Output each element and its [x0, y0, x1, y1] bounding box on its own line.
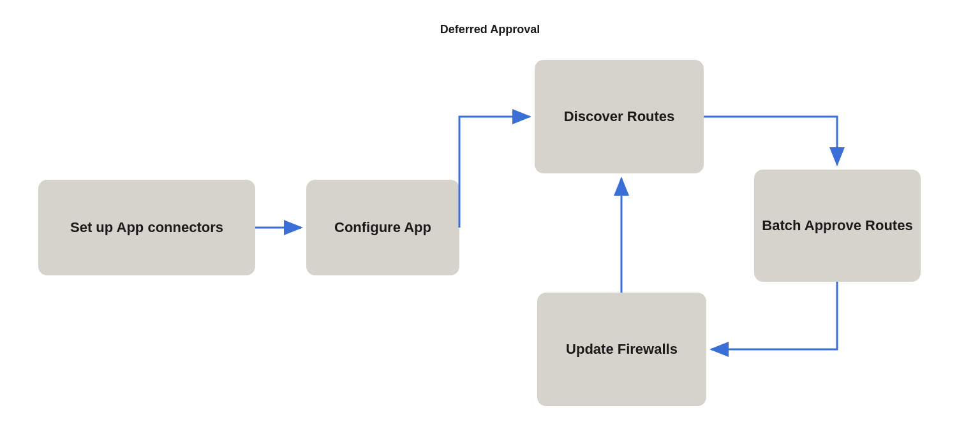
node-setup: Set up App connectors: [38, 180, 255, 275]
arrow-batch-to-update: [711, 282, 837, 349]
arrow-configure-to-discover: [459, 117, 530, 228]
node-update: Update Firewalls: [537, 293, 706, 406]
node-discover: Discover Routes: [535, 60, 704, 173]
arrow-discover-to-batch: [704, 117, 837, 164]
node-configure: Configure App: [306, 180, 459, 275]
diagram-container: Deferred Approval Set up App connectors …: [0, 0, 980, 422]
node-batch: Batch Approve Routes: [754, 170, 921, 282]
diagram-title: Deferred Approval: [440, 23, 540, 36]
